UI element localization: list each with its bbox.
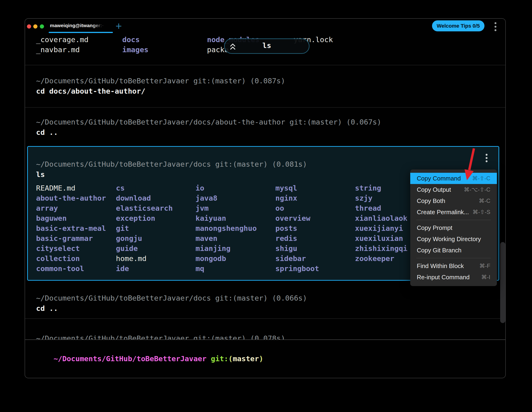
block-command: cd ..	[36, 127, 58, 137]
menu-item-copy-both[interactable]: Copy Both ⌘-C	[410, 195, 497, 206]
listing-item: cityselect	[36, 243, 106, 253]
listing-item: guide	[116, 243, 173, 253]
listing-item: springboot	[275, 263, 319, 274]
block-command: ls	[36, 169, 45, 179]
menu-item-copy-working-directory[interactable]: Copy Working Directory	[410, 233, 497, 245]
listing-item: nginx	[275, 193, 319, 203]
block-header: ~/Documents/GitHub/toBeBetterJavaer/docs…	[36, 293, 307, 303]
red-arrow-annotation	[458, 145, 486, 185]
listing-item: cs	[116, 183, 173, 193]
listing-item: ide	[116, 263, 173, 274]
listing-item: home.md	[116, 253, 173, 263]
listing-item: basic-grammar	[36, 233, 106, 243]
menu-item-shortcut: ⌘-C	[479, 197, 490, 204]
menu-item-label: Copy Prompt	[417, 224, 452, 232]
listing-item: szjy	[355, 193, 408, 203]
listing-item: sidebar	[275, 253, 319, 263]
close-window-button[interactable]	[27, 24, 31, 28]
listing-item: images	[122, 45, 148, 55]
plus-icon: +	[116, 20, 122, 32]
menu-item-label: Copy Command	[417, 175, 461, 182]
listing-item: zhishixingqi	[355, 243, 408, 253]
prompt-paren-open: (	[228, 355, 233, 363]
menu-item-copy-output[interactable]: Copy Output ⌘-⌥-⇧-C	[410, 184, 497, 195]
listing-item: zookeeper	[355, 253, 408, 263]
listing-item: mianjing	[196, 243, 257, 253]
block-header: ~/Documents/GitHub/toBeBetterJavaer/docs…	[36, 117, 381, 127]
clipped-block-header: ~/Documents/GitHub/toBeBetterJavaer git:…	[36, 333, 285, 339]
minimize-window-button[interactable]	[33, 24, 38, 28]
menu-item-shortcut: ⌘-⇧-S	[473, 209, 490, 215]
listing-item: xuexijianyi	[355, 223, 408, 233]
listing-item: xuexiluxian	[355, 233, 408, 243]
menu-item-label: Copy Both	[417, 197, 445, 205]
active-tab-indicator	[49, 32, 113, 33]
listing-column: README.md about-the-author array baguwen…	[36, 183, 106, 274]
menu-item-label: Re-input Command	[417, 274, 469, 281]
listing-item: basic-extra-meal	[36, 223, 106, 233]
listing-column: string szjy thread xianliaolaok xuexijia…	[355, 183, 408, 263]
menu-item-create-permalink[interactable]: Create Permalink... ⌘-⇧-S	[410, 206, 497, 218]
listing-item: exception	[116, 213, 173, 223]
menu-item-label: Create Permalink...	[417, 209, 469, 216]
sticky-command-label: ls	[225, 41, 309, 50]
listing-item: docs	[122, 35, 140, 45]
terminal-window: maweiqing@itwanger:~/Docum + Welcome Tip…	[25, 18, 506, 378]
menu-item-shortcut: ⌘-⌥-⇧-C	[464, 186, 490, 193]
listing-item: java8	[196, 193, 257, 203]
menu-item-label: Copy Git Branch	[417, 247, 462, 254]
listing-item: manongshenghuo	[196, 223, 257, 233]
listing-item: jvm	[196, 203, 257, 213]
listing-item: shigu	[275, 243, 319, 253]
menu-item-label: Copy Output	[417, 186, 451, 193]
listing-item: mysql	[275, 183, 319, 193]
listing-item: mq	[196, 263, 257, 274]
new-tab-button[interactable]: +	[114, 20, 124, 32]
listing-item: collection	[36, 253, 106, 263]
listing-item: baguwen	[36, 213, 106, 223]
window-menu-button[interactable]	[494, 22, 496, 31]
prompt-git-label: git:	[207, 355, 228, 363]
prompt-paren-close: )	[259, 355, 263, 363]
listing-item: git	[116, 223, 173, 233]
block-context-menu: Copy Command ⌘-⇧-C Copy Output ⌘-⌥-⇧-C C…	[410, 169, 497, 286]
menu-item-shortcut: ⌘-F	[479, 263, 490, 269]
sticky-command-pill[interactable]: ls	[224, 38, 310, 54]
block-divider	[25, 318, 506, 319]
listing-item: array	[36, 203, 106, 213]
kebab-icon	[494, 22, 496, 31]
prompt-line[interactable]: ~/Documents/GitHub/toBeBetterJavaer git:…	[36, 344, 263, 374]
listing-item: io	[196, 183, 257, 193]
listing-item: oo	[275, 203, 319, 213]
input-section-divider	[25, 339, 506, 340]
scrollbar-thumb[interactable]	[500, 242, 505, 323]
listing-item: maven	[196, 233, 257, 243]
listing-column: io java8 jvm kaiyuan manongshenghuo mave…	[196, 183, 257, 274]
listing-column: mysql nginx oo overview posts redis shig…	[275, 183, 319, 274]
prompt-branch: master	[233, 355, 259, 363]
menu-item-reinput-command[interactable]: Re-input Command ⌘-I	[410, 272, 497, 283]
welcome-tips-button[interactable]: Welcome Tips 0/5	[432, 20, 484, 31]
zoom-window-button[interactable]	[40, 24, 44, 28]
titlebar: maweiqing@itwanger:~/Docum + Welcome Tip…	[25, 19, 506, 33]
menu-item-copy-prompt[interactable]: Copy Prompt	[410, 222, 497, 233]
block-command: cd ..	[36, 303, 58, 313]
listing-item: overview	[275, 213, 319, 223]
listing-item: thread	[355, 203, 408, 213]
menu-item-find-within-block[interactable]: Find Within Block ⌘-F	[410, 260, 497, 272]
block-command: cd docs/about-the-author/	[36, 86, 145, 96]
block-header: ~/Documents/GitHub/toBeBetterJavaer/docs…	[36, 159, 307, 169]
terminal-tab[interactable]: maweiqing@itwanger:~/Docum	[47, 19, 114, 33]
menu-item-copy-git-branch[interactable]: Copy Git Branch	[410, 245, 497, 256]
block-divider	[25, 65, 506, 65]
listing-item: gongju	[116, 233, 173, 243]
listing-item: _coverage.md	[36, 35, 88, 45]
tab-title-fade	[92, 21, 108, 31]
menu-divider	[416, 220, 491, 220]
listing-item: posts	[275, 223, 319, 233]
listing-item: mongodb	[196, 253, 257, 263]
block-divider	[25, 107, 506, 108]
prompt-path: ~/Documents/GitHub/toBeBetterJavaer	[54, 355, 207, 363]
listing-item: elasticsearch	[116, 203, 173, 213]
block-header: ~/Documents/GitHub/toBeBetterJavaer git:…	[36, 76, 285, 86]
